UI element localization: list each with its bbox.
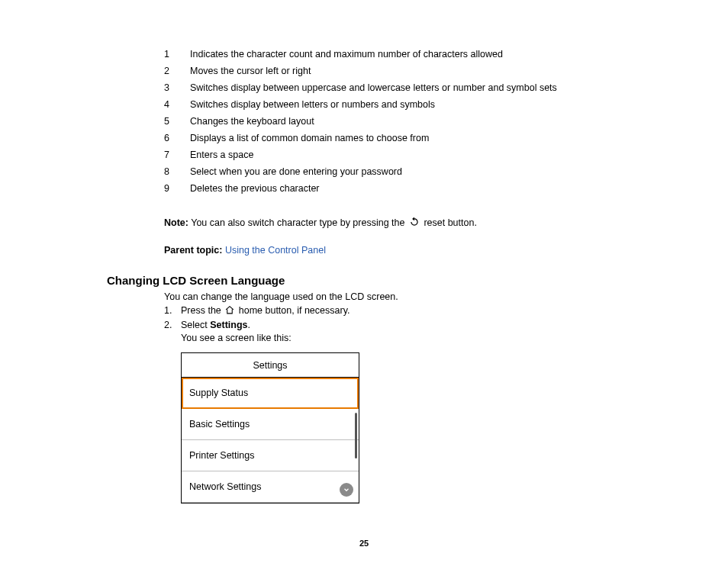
page-number: 25 — [0, 539, 728, 548]
legend-row: 6Displays a list of common domain names … — [164, 130, 565, 146]
step-row: 2. Select Settings. — [164, 320, 682, 330]
step-text: Press the home button, if necessary. — [181, 305, 350, 317]
lcd-item-basic-settings: Basic Settings — [182, 409, 359, 440]
legend-text: Switches display between uppercase and l… — [190, 79, 565, 96]
legend-text: Moves the cursor left or right — [190, 63, 565, 79]
step-substep: You see a screen like this: — [181, 333, 682, 343]
lcd-item-network-settings: Network Settings — [182, 471, 359, 503]
legend-text: Enters a space — [190, 146, 565, 163]
legend-text: Changes the keyboard layout — [190, 113, 565, 130]
legend-row: 8Select when you are done entering your … — [164, 163, 565, 180]
legend-num: 5 — [164, 113, 190, 130]
note-block: Note: You can also switch character type… — [164, 217, 682, 230]
parent-topic-link[interactable]: Using the Control Panel — [225, 245, 326, 256]
legend-row: 1Indicates the character count and maxim… — [164, 46, 565, 63]
legend-num: 9 — [164, 180, 190, 197]
legend-row: 5Changes the keyboard layout — [164, 113, 565, 130]
lcd-item-printer-settings: Printer Settings — [182, 440, 359, 471]
legend-num: 7 — [164, 146, 190, 163]
parent-topic: Parent topic: Using the Control Panel — [164, 245, 682, 256]
legend-text: Indicates the character count and maximu… — [190, 46, 565, 63]
steps-list: 1. Press the home button, if necessary. … — [164, 305, 682, 343]
legend-text: Select when you are done entering your p… — [190, 163, 565, 180]
legend-text: Deletes the previous character — [190, 180, 565, 197]
home-icon — [224, 305, 235, 317]
section-heading: Changing LCD Screen Language — [107, 274, 682, 287]
legend-row: 9Deletes the previous character — [164, 180, 565, 197]
legend-row: 2Moves the cursor left or right — [164, 63, 565, 79]
note-text-after: reset button. — [421, 217, 477, 228]
step-number: 2. — [164, 320, 181, 330]
step-row: 1. Press the home button, if necessary. — [164, 305, 682, 317]
legend-row: 3Switches display between uppercase and … — [164, 79, 565, 96]
legend-row: 7Enters a space — [164, 146, 565, 163]
note-label: Note: — [164, 217, 188, 228]
lcd-screenshot: Settings Supply Status Basic Settings Pr… — [181, 352, 359, 503]
lcd-scrollbar — [355, 413, 357, 458]
legend-text: Displays a list of common domain names t… — [190, 130, 565, 146]
note-text-before: You can also switch character type by pr… — [188, 217, 407, 228]
legend-num: 4 — [164, 96, 190, 113]
step-number: 1. — [164, 305, 181, 317]
legend-text: Switches display between letters or numb… — [190, 96, 565, 113]
lcd-menu: Supply Status Basic Settings Printer Set… — [182, 378, 359, 503]
legend-row: 4Switches display between letters or num… — [164, 96, 565, 113]
legend-num: 1 — [164, 46, 190, 63]
step-text: Select Settings. — [181, 320, 250, 330]
legend-num: 2 — [164, 63, 190, 79]
parent-topic-label: Parent topic: — [164, 245, 222, 256]
chevron-down-icon — [340, 483, 353, 497]
legend-num: 3 — [164, 79, 190, 96]
legend-num: 8 — [164, 163, 190, 180]
lcd-title: Settings — [182, 353, 359, 378]
legend-table: 1Indicates the character count and maxim… — [164, 46, 565, 197]
reset-icon — [409, 217, 420, 230]
section-intro: You can change the language used on the … — [164, 291, 682, 302]
lcd-item-supply-status: Supply Status — [182, 378, 359, 409]
legend-num: 6 — [164, 130, 190, 146]
